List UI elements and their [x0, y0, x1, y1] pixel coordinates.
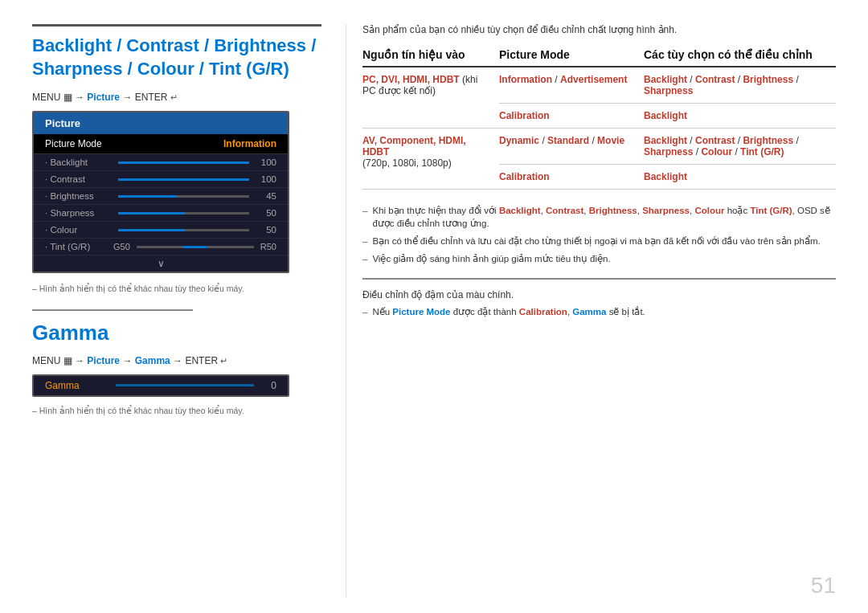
- osd-row: · Backlight 100: [34, 154, 288, 171]
- arrow1: →: [75, 92, 87, 103]
- gamma-arrow2: →: [122, 355, 134, 366]
- note-item-3: – Việc giảm độ sáng hình ảnh giúp giảm m…: [362, 252, 836, 265]
- osd-row: · Sharpness 50: [34, 205, 288, 222]
- tint-r-value: R50: [260, 242, 276, 251]
- right-column: Sản phẩm của bạn có nhiều tùy chọn để đi…: [346, 24, 836, 597]
- table-body: PC, DVI, HDMI, HDBT (khi PC được kết nối…: [362, 67, 836, 190]
- osd-chevron: ∨: [34, 255, 288, 272]
- osd-mode-label: Picture Mode: [45, 138, 102, 149]
- tint-fill: [183, 246, 207, 248]
- th-mode: Picture Mode: [499, 48, 644, 67]
- osd-slider: [118, 229, 249, 231]
- osd-row: · Brightness 45: [34, 188, 288, 205]
- gamma-label: Gamma: [45, 380, 109, 391]
- left-column: Backlight / Contrast / Brightness / Shar…: [32, 24, 346, 597]
- osd-slider-fill: [118, 178, 249, 181]
- note-item-2: – Bạn có thể điều chỉnh và lưu cài đặt c…: [362, 235, 836, 247]
- note-text-3: Việc giảm độ sáng hình ảnh giúp giảm mức…: [372, 252, 610, 265]
- gamma-menu-label: MENU: [32, 355, 63, 366]
- osd-slider-fill: [118, 229, 184, 231]
- osd-slider-container: [113, 212, 254, 215]
- page-title: Backlight / Contrast / Brightness / Shar…: [32, 24, 321, 80]
- gamma-picture-link: Picture: [87, 355, 120, 366]
- osd-slider-fill: [118, 161, 249, 164]
- bottom-note-text: Nếu Picture Mode được đặt thành Calibrat…: [372, 305, 645, 318]
- osd-row-label: · Brightness: [45, 191, 113, 201]
- gamma-enter-icon: ↵: [220, 356, 227, 366]
- osd-row-label: · Backlight: [45, 157, 113, 167]
- osd-slider: [118, 178, 249, 181]
- gamma-row: Gamma 0: [34, 376, 288, 395]
- gamma-arrow3: → ENTER: [173, 355, 220, 366]
- gamma-menu-icon: ▦: [63, 355, 72, 366]
- gamma-link: Gamma: [135, 355, 170, 366]
- gamma-note: – Hình ảnh hiển thị có thể khác nhau tùy…: [32, 405, 321, 417]
- dash-2: –: [362, 235, 367, 247]
- right-intro: Sản phẩm của bạn có nhiều tùy chọn để đi…: [362, 24, 836, 35]
- osd-slider: [118, 212, 249, 215]
- menu-path-picture: MENU ▦ → Picture → ENTER ↵: [32, 92, 321, 103]
- gamma-title: Gamma: [32, 321, 321, 345]
- osd-row-value: 50: [254, 225, 276, 235]
- osd-row-label: · Contrast: [45, 174, 113, 184]
- right-bottom-intro: Điều chỉnh độ đậm của màu chính.: [362, 289, 836, 300]
- note-text-1: Khi bạn thực hiện thay đổi với Backlight…: [372, 204, 836, 230]
- osd-row: · Contrast 100: [34, 171, 288, 188]
- bottom-dash: –: [362, 305, 367, 318]
- right-bottom: Điều chỉnh độ đậm của màu chính. – Nếu P…: [362, 278, 836, 318]
- tint-slider: [137, 246, 254, 248]
- osd-picture-note: – Hình ảnh hiển thị có thể khác nhau tùy…: [32, 283, 321, 295]
- osd-row: · Colour 50: [34, 222, 288, 239]
- table-row: AV, Component, HDMI, HDBT(720p, 1080i, 1…: [362, 129, 836, 165]
- note-text-2: Bạn có thể điều chỉnh và lưu cài đặt cho…: [372, 235, 820, 247]
- gamma-value: 0: [260, 380, 276, 391]
- osd-slider-container: [113, 161, 254, 164]
- osd-slider-container: [113, 178, 254, 181]
- notes-section: – Khi bạn thực hiện thay đổi với Backlig…: [362, 204, 836, 265]
- osd-slider-fill: [118, 195, 177, 198]
- osd-row-label: · Colour: [45, 225, 113, 235]
- page-number: 51: [811, 573, 836, 599]
- osd-row-value: 100: [254, 157, 276, 167]
- enter-icon: ↵: [170, 92, 178, 102]
- dash-3: –: [362, 252, 367, 265]
- osd-slider-container: [113, 195, 254, 198]
- tint-label: · Tint (G/R): [45, 242, 113, 251]
- osd-slider-container: [113, 229, 254, 231]
- picture-link: Picture: [87, 92, 120, 103]
- th-signal: Nguồn tín hiệu vào: [362, 48, 499, 67]
- osd-selected-row: Picture Mode Information: [34, 134, 288, 154]
- tint-g-value: G50: [113, 242, 130, 251]
- osd-picture-box: Picture Picture Mode Information · Backl…: [32, 111, 289, 273]
- osd-slider-fill: [118, 212, 184, 215]
- arrow2: → ENTER: [122, 92, 170, 103]
- osd-rows: · Backlight 100 · Contrast 100 · Brightn…: [34, 154, 288, 239]
- menu-label: MENU: [32, 92, 63, 103]
- osd-row-label: · Sharpness: [45, 208, 113, 218]
- menu-path-gamma: MENU ▦ → Picture → Gamma → ENTER ↵: [32, 355, 321, 366]
- menu-icon: ▦: [63, 92, 72, 103]
- th-options: Các tùy chọn có thể điều chỉnh: [644, 48, 836, 67]
- note-item-1: – Khi bạn thực hiện thay đổi với Backlig…: [362, 204, 836, 230]
- osd-mode-value: Information: [223, 138, 276, 149]
- gamma-slider: [116, 384, 254, 386]
- right-bottom-note: – Nếu Picture Mode được đặt thành Calibr…: [362, 305, 836, 318]
- table-row: PC, DVI, HDMI, HDBT (khi PC được kết nối…: [362, 67, 836, 104]
- info-table: Nguồn tín hiệu vào Picture Mode Các tùy …: [362, 48, 836, 190]
- osd-slider: [118, 195, 249, 198]
- section-divider: [32, 309, 193, 311]
- osd-tint-row: · Tint (G/R) G50 R50: [34, 239, 288, 255]
- osd-slider: [118, 161, 249, 164]
- osd-row-value: 50: [254, 208, 276, 218]
- osd-row-value: 45: [254, 191, 276, 201]
- osd-title: Picture: [34, 112, 288, 134]
- osd-row-value: 100: [254, 174, 276, 184]
- dash-1: –: [362, 204, 367, 217]
- gamma-arrow1: →: [75, 355, 87, 366]
- osd-gamma-box: Gamma 0: [32, 374, 289, 397]
